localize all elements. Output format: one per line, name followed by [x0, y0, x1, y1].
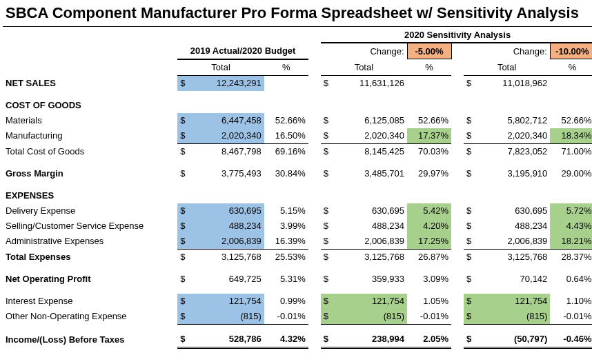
- row-income-loss: Income/(Loss) Before Taxes $528,7864.32%…: [3, 332, 592, 348]
- header-row-2: 2019 Actual/2020 Budget Change: -5.00% C…: [3, 43, 592, 59]
- row-manufacturing: Manufacturing $2,020,34016.50% $2,020,34…: [3, 128, 592, 144]
- change-value-1: -5.00%: [407, 43, 451, 59]
- col-total-1: Total: [177, 59, 264, 76]
- budget-header: 2019 Actual/2020 Budget: [177, 43, 308, 59]
- col-pct-2: %: [407, 59, 451, 76]
- col-pct-1: %: [264, 59, 308, 76]
- row-total-cog: Total Cost of Goods $8,467,79869.16% $8,…: [3, 143, 592, 159]
- proforma-table: 2020 Sensitivity Analysis 2019 Actual/20…: [3, 27, 592, 349]
- label-expenses: EXPENSES: [3, 188, 170, 203]
- val-netsales-2: 11,631,126: [337, 75, 407, 91]
- row-interest: Interest Expense $121,7540.99% $121,7541…: [3, 294, 592, 309]
- row-gross-margin: Gross Margin $3,775,49330.84% $3,485,701…: [3, 166, 592, 181]
- row-other-nonop: Other Non-Operating Expense $(815)-0.01%…: [3, 309, 592, 325]
- change-label-2: Change:: [464, 43, 550, 59]
- label-total-cog: Total Cost of Goods: [3, 143, 170, 159]
- label-cog: COST OF GOODS: [3, 98, 170, 113]
- val-netsales-1: 12,243,291: [193, 75, 264, 91]
- label-net-sales: NET SALES: [3, 75, 170, 91]
- col-total-2: Total: [321, 59, 407, 76]
- page-title: SBCA Component Manufacturer Pro Forma Sp…: [3, 3, 592, 27]
- col-total-3: Total: [464, 59, 550, 76]
- row-total-exp: Total Expenses $3,125,76825.53% $3,125,7…: [3, 249, 592, 265]
- change-value-2: -10.00%: [550, 43, 592, 59]
- label-gross: Gross Margin: [3, 166, 170, 181]
- val-netsales-3: 11,018,962: [480, 75, 550, 91]
- row-materials: Materials $6,447,45852.66% $6,125,08552.…: [3, 113, 592, 128]
- row-net-sales: NET SALES $12,243,291 $11,631,126 $11,01…: [3, 75, 592, 91]
- label-manuf: Manufacturing: [3, 128, 170, 144]
- header-row-3: Total % Total % Total %: [3, 59, 592, 76]
- row-cog-header: COST OF GOODS: [3, 98, 592, 113]
- col-pct-3: %: [550, 59, 592, 76]
- label-materials: Materials: [3, 113, 170, 128]
- row-admin: Administrative Expenses $2,006,83916.39%…: [3, 234, 592, 250]
- row-net-op: Net Operating Profit $649,7255.31% $359,…: [3, 272, 592, 287]
- row-delivery: Delivery Expense $630,6955.15% $630,6955…: [3, 203, 592, 219]
- row-exp-header: EXPENSES: [3, 188, 592, 203]
- change-label-1: Change:: [321, 43, 407, 59]
- sensitivity-header: 2020 Sensitivity Analysis: [321, 27, 592, 43]
- header-row-1: 2020 Sensitivity Analysis: [3, 27, 592, 43]
- row-selling: Selling/Customer Service Expense $488,23…: [3, 219, 592, 234]
